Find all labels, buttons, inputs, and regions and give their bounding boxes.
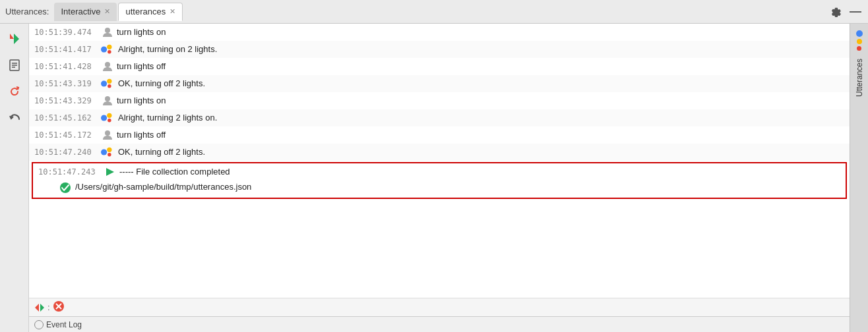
log-timestamp: 10:51:39.474 [34, 27, 97, 38]
log-text: Alright, turning 2 lights on. [118, 112, 844, 124]
tab-interactive-label: Interactive [61, 7, 100, 16]
log-timestamp: 10:51:43.329 [34, 96, 97, 107]
log-row: 10:51:47.240 OK, turning off 2 lights. [29, 144, 850, 161]
dot-yellow [857, 39, 862, 44]
file-path-row: /Users/git/gh-sample/build/tmp/utterance… [33, 180, 846, 198]
tab-interactive[interactable]: Interactive ✕ [54, 3, 117, 21]
log-text: OK, turning off 2 lights. [118, 78, 844, 90]
svg-marker-0 [10, 34, 14, 39]
log-timestamp: 10:51:47.240 [34, 147, 97, 158]
svg-marker-25 [35, 304, 39, 312]
svg-point-16 [101, 115, 107, 121]
svg-point-22 [108, 153, 111, 157]
svg-point-20 [101, 149, 107, 155]
assistant-icon [101, 146, 115, 158]
log-text: OK, turning off 2 lights. [118, 146, 844, 158]
right-sidebar: Utterances [850, 24, 868, 332]
svg-point-9 [107, 45, 111, 49]
file-completed-text: ----- File collection completed [119, 166, 840, 178]
svg-point-14 [108, 84, 111, 88]
gear-button[interactable] [828, 5, 843, 19]
log-row: 10:51:43.319 OK, turning off 2 lights. [29, 75, 850, 92]
highlighted-section: 10:51:47.243 ----- File collection compl… [32, 162, 847, 199]
minus-icon: — [850, 5, 861, 18]
log-row: 10:51:45.172 turn lights off [29, 126, 850, 144]
event-log-bar[interactable]: Event Log [29, 316, 850, 332]
tab-utterances-close[interactable]: ✕ [170, 8, 175, 15]
log-row: 10:51:39.474 turn lights on [29, 24, 850, 41]
left-sidebar [0, 24, 29, 332]
user-icon [101, 60, 114, 73]
assistant-icon [101, 43, 115, 55]
svg-point-10 [108, 50, 111, 54]
log-timestamp: 10:51:43.319 [34, 78, 97, 90]
log-text: turn lights on [117, 26, 844, 38]
play-icon-button[interactable] [5, 29, 24, 49]
svg-marker-23 [106, 168, 114, 176]
svg-point-13 [107, 79, 111, 84]
tab-interactive-close[interactable]: ✕ [104, 8, 110, 15]
tab-bar-actions: — [828, 5, 863, 19]
log-timestamp: 10:51:47.243 [38, 167, 101, 178]
minimize-button[interactable]: — [848, 5, 863, 19]
svg-point-8 [101, 46, 107, 52]
log-row: 10:51:41.428 turn lights off [29, 58, 850, 75]
utterances-vertical-tab[interactable]: Utterances [852, 51, 867, 105]
assistant-icon [101, 78, 115, 90]
user-icon [101, 26, 114, 39]
log-text: turn lights off [117, 61, 844, 72]
svg-point-18 [108, 119, 111, 123]
log-row: 10:51:43.329 turn lights on [29, 92, 850, 109]
log-row: 10:51:41.417 Alright, turning on 2 light… [29, 41, 850, 58]
svg-point-19 [105, 130, 110, 136]
tab-bar: Utterances: Interactive ✕ utterances ✕ — [0, 0, 868, 24]
event-log-circle-icon [34, 320, 44, 329]
user-icon [101, 128, 114, 142]
file-path-text: /Users/git/gh-sample/build/tmp/utterance… [75, 181, 840, 193]
log-timestamp: 10:51:45.162 [34, 113, 97, 124]
log-text: Alright, turning on 2 lights. [118, 43, 844, 55]
play-green-icon [105, 167, 115, 177]
undo-icon-button[interactable] [5, 108, 24, 128]
assistant-icon [101, 112, 115, 124]
dot-blue [856, 30, 863, 37]
svg-point-17 [107, 113, 111, 118]
log-timestamp: 10:51:45.172 [34, 130, 97, 141]
dot-red [857, 46, 861, 51]
log-timestamp: 10:51:41.417 [34, 44, 97, 55]
log-area: 10:51:39.474 turn lights on 10:51:41.417 [29, 24, 850, 298]
log-text: turn lights off [117, 129, 844, 141]
main-content: 10:51:39.474 turn lights on 10:51:41.417 [0, 24, 868, 332]
svg-point-12 [101, 80, 107, 86]
svg-point-21 [107, 148, 111, 152]
log-text: turn lights on [117, 95, 844, 107]
tab-utterances-label: utterances [125, 7, 166, 16]
list-icon-button[interactable] [5, 55, 24, 75]
footer-colon: : [47, 302, 50, 312]
utterances-tab-label: Utterances [855, 59, 864, 97]
user-icon [101, 94, 114, 107]
footer-arrows [34, 302, 45, 313]
refresh-icon-button[interactable] [5, 82, 24, 101]
right-sidebar-dots [856, 24, 863, 51]
tab-utterances[interactable]: utterances ✕ [118, 3, 183, 21]
event-log-label: Event Log [46, 320, 82, 329]
checkmark-icon [59, 182, 71, 194]
svg-point-15 [105, 96, 110, 101]
footer-row: : [29, 298, 850, 316]
svg-point-11 [105, 62, 110, 67]
tab-bar-label: Utterances: [5, 7, 49, 16]
footer-error-icon [53, 300, 65, 314]
log-row: 10:51:45.162 Alright, turning 2 lights o… [29, 109, 850, 126]
log-timestamp: 10:51:41.428 [34, 61, 97, 72]
svg-point-7 [105, 28, 110, 33]
file-completed-row: 10:51:47.243 ----- File collection compl… [33, 163, 846, 180]
svg-marker-2 [14, 34, 19, 44]
svg-marker-26 [40, 304, 44, 312]
